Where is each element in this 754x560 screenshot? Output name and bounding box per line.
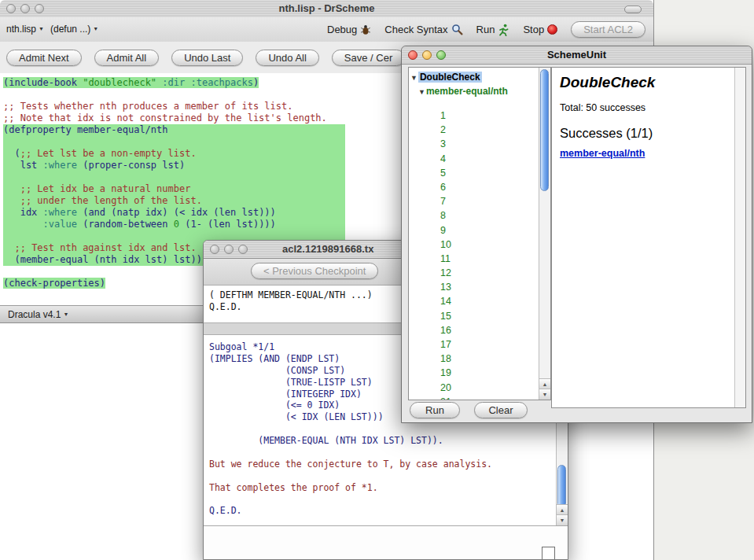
close-button[interactable] bbox=[210, 245, 219, 254]
scrollbar-thumb[interactable] bbox=[557, 465, 566, 508]
disclosure-triangle-icon[interactable]: ▼ bbox=[410, 74, 417, 82]
proof-line bbox=[209, 423, 568, 435]
code-token: :where bbox=[43, 160, 77, 171]
debug-label: Debug bbox=[327, 24, 357, 35]
scroll-up-button[interactable]: ▲ bbox=[557, 504, 568, 515]
schemeunit-window: SchemeUnit ▼DoubleCheck ▼member-equal/nt… bbox=[401, 46, 752, 423]
tree-item-case[interactable]: 8 bbox=[440, 208, 451, 223]
code-line bbox=[3, 136, 345, 148]
tree-item-case[interactable]: 20 bbox=[440, 381, 451, 395]
code-line: (;; Let lst be a non-empty list. bbox=[3, 148, 345, 160]
chevron-down-icon: ▼ bbox=[93, 26, 98, 31]
scroll-up-button[interactable]: ▲ bbox=[539, 378, 550, 389]
tree-item-case[interactable]: 10 bbox=[440, 238, 451, 252]
code-line: ;; under the length of the list. bbox=[3, 195, 345, 207]
schemeunit-titlebar[interactable]: SchemeUnit bbox=[402, 46, 752, 64]
debug-button[interactable]: Debug bbox=[327, 24, 371, 35]
stop-button[interactable]: Stop bbox=[523, 24, 557, 35]
code-token: ( bbox=[3, 148, 20, 159]
admit-all-button[interactable]: Admit All bbox=[94, 50, 160, 66]
code-token: (defproperty member-equal/nth bbox=[3, 124, 168, 135]
code-token: (include-book bbox=[3, 77, 83, 88]
tree-item-case[interactable]: 5 bbox=[440, 166, 451, 180]
results-scrollbar[interactable] bbox=[734, 68, 745, 407]
code-token: (check-properties) bbox=[3, 278, 105, 289]
window-title: acl2.1219891668.tx bbox=[282, 243, 373, 255]
code-token: ;; Let idx be a natural number bbox=[20, 183, 191, 194]
tree-item-case[interactable]: 11 bbox=[440, 252, 451, 266]
code-token bbox=[3, 242, 14, 253]
results-heading: DoubleCheck bbox=[560, 74, 728, 91]
check-syntax-button[interactable]: Check Syntax bbox=[384, 24, 462, 35]
chevron-down-icon: ▼ bbox=[39, 26, 44, 31]
start-acl2-button[interactable]: Start ACL2 bbox=[571, 21, 645, 38]
code-line: ;; Let idx be a natural number bbox=[3, 183, 345, 195]
code-token: (1- (len lst)))) bbox=[179, 219, 276, 230]
proof-line: That completes the proof of *1. bbox=[209, 482, 568, 494]
scroll-down-button[interactable]: ▼ bbox=[557, 514, 568, 525]
proof-line: But we reduce the conjecture to T, by ca… bbox=[209, 459, 568, 470]
tree-item-case[interactable]: 19 bbox=[440, 366, 451, 380]
test-tree-pane[interactable]: ▼DoubleCheck ▼member-equal/nth 123456789… bbox=[408, 67, 551, 400]
tree-item-case[interactable]: 17 bbox=[440, 337, 451, 352]
disclosure-triangle-icon[interactable]: ▼ bbox=[418, 88, 425, 96]
previous-checkpoint-button[interactable]: < Previous Checkpoint bbox=[251, 263, 378, 279]
tree-item-case[interactable]: 21 bbox=[440, 395, 451, 400]
code-token bbox=[3, 219, 43, 230]
tree-item-case[interactable]: 4 bbox=[440, 152, 451, 166]
tree-item-case[interactable]: 3 bbox=[440, 137, 451, 151]
code-token: ;; under the length of the list. bbox=[20, 195, 202, 206]
runner-icon bbox=[498, 24, 509, 36]
results-pane[interactable]: DoubleCheck Total: 50 successes Successe… bbox=[551, 67, 746, 408]
tree-item-case[interactable]: 15 bbox=[440, 309, 451, 323]
tree-item-doublecheck[interactable]: ▼DoubleCheck bbox=[410, 70, 550, 84]
toolbar-actions: Debug Check Syntax bbox=[327, 17, 645, 42]
scroll-down-button[interactable]: ▼ bbox=[539, 389, 550, 400]
zoom-button[interactable] bbox=[238, 245, 248, 254]
highlight-region: (check-properties) bbox=[3, 278, 105, 289]
tree-item-case[interactable]: 16 bbox=[440, 323, 451, 337]
tree-item-case[interactable]: 6 bbox=[440, 180, 451, 194]
minimize-button[interactable] bbox=[224, 245, 234, 254]
code-token bbox=[3, 183, 20, 194]
code-token: ;; Test nth against idx and lst. bbox=[14, 242, 196, 253]
drscheme-titlebar[interactable]: nth.lisp - DrScheme bbox=[0, 0, 653, 18]
defun-navigator-menu[interactable]: (defun ...)▼ bbox=[50, 24, 98, 35]
bug-icon bbox=[360, 24, 371, 35]
code-token: :value bbox=[43, 219, 77, 230]
proof-line: (MEMBER-EQUAL (NTH IDX LST) LST)). bbox=[209, 435, 568, 447]
check-syntax-label: Check Syntax bbox=[384, 24, 447, 35]
undo-all-button[interactable]: Undo All bbox=[256, 50, 318, 66]
tree-item-case[interactable]: 9 bbox=[440, 223, 451, 238]
admit-next-button[interactable]: Admit Next bbox=[6, 50, 82, 66]
test-result-link[interactable]: member-equal/nth bbox=[560, 148, 645, 159]
tree-item-suite[interactable]: ▼member-equal/nth bbox=[418, 84, 550, 98]
code-token: 0 bbox=[174, 219, 179, 230]
tree-item-case[interactable]: 12 bbox=[440, 266, 451, 280]
tree-item-case[interactable]: 2 bbox=[440, 123, 451, 137]
tree-item-case[interactable]: 13 bbox=[440, 280, 451, 294]
code-token: ;; Let lst be a non-empty list. bbox=[20, 148, 197, 159]
tree-scrollbar[interactable]: ▲ ▼ bbox=[539, 68, 550, 400]
chevron-down-icon: ▼ bbox=[63, 311, 68, 317]
undo-last-button[interactable]: Undo Last bbox=[171, 50, 243, 66]
code-token bbox=[3, 195, 20, 206]
filename-menu[interactable]: nth.lisp▼ bbox=[6, 24, 44, 35]
tree-item-case[interactable]: 14 bbox=[440, 294, 451, 308]
run-tests-button[interactable]: Run bbox=[410, 402, 460, 418]
stop-label: Stop bbox=[523, 24, 544, 35]
filename-label: nth.lisp bbox=[6, 24, 36, 35]
window-title: nth.lisp - DrScheme bbox=[0, 2, 653, 14]
clear-button[interactable]: Clear bbox=[474, 402, 528, 418]
run-button[interactable]: Run bbox=[476, 24, 510, 36]
toolbar-pill-button[interactable] bbox=[624, 6, 642, 13]
code-token: :dir bbox=[162, 77, 185, 88]
tree-item-case[interactable]: 1 bbox=[440, 109, 451, 123]
checkbox[interactable] bbox=[542, 547, 555, 560]
tree-item-case[interactable]: 18 bbox=[440, 352, 451, 366]
save-certify-button[interactable]: Save / Cer bbox=[332, 50, 405, 66]
code-token: :teachpacks bbox=[190, 77, 252, 88]
code-line: (defproperty member-equal/nth bbox=[3, 124, 345, 136]
scrollbar-thumb[interactable] bbox=[540, 69, 549, 191]
tree-item-case[interactable]: 7 bbox=[440, 194, 451, 208]
